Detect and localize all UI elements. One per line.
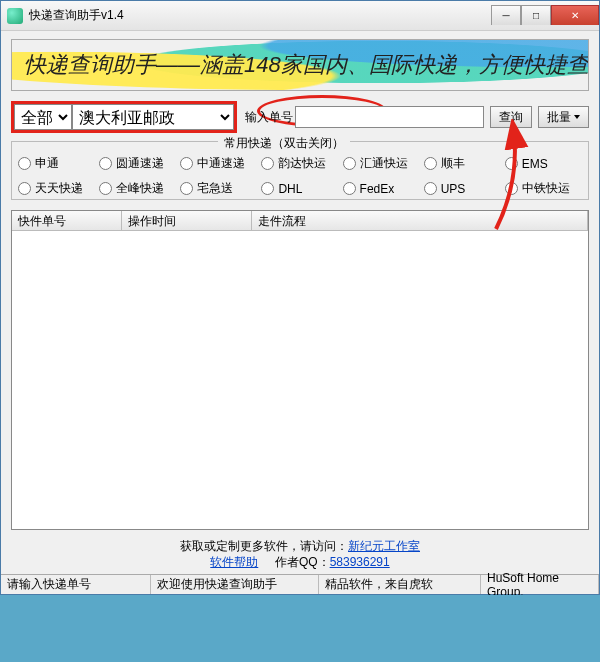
column-tracking-id[interactable]: 快件单号 (12, 211, 122, 230)
column-time[interactable]: 操作时间 (122, 211, 252, 230)
radio-input[interactable] (261, 157, 274, 170)
radio-label: 中通速递 (197, 155, 245, 172)
radio-label: 中铁快运 (522, 180, 570, 197)
author-qq-link[interactable]: 583936291 (330, 555, 390, 569)
minimize-button[interactable]: ─ (491, 5, 521, 25)
courier-radio-12[interactable]: UPS (424, 180, 501, 197)
radio-label: 汇通快运 (360, 155, 408, 172)
tracking-id-label: 输入单号 (245, 109, 293, 126)
radio-input[interactable] (343, 157, 356, 170)
common-couriers-group: 常用快递（双击关闭） 申通圆通速递中通速递韵达快运汇通快运顺丰EMS天天快递全峰… (11, 141, 589, 200)
status-slogan: 精品软件，来自虎软 (319, 575, 481, 594)
courier-radio-9[interactable]: 宅急送 (180, 180, 257, 197)
radio-input[interactable] (18, 157, 31, 170)
window-title: 快递查询助手v1.4 (29, 7, 124, 24)
studio-link[interactable]: 新纪元工作室 (348, 539, 420, 553)
courier-radio-5[interactable]: 顺丰 (424, 155, 501, 172)
titlebar[interactable]: 快递查询助手v1.4 ─ □ ✕ (1, 1, 599, 31)
search-row: 全部 澳大利亚邮政 输入单号 查询 批量 (11, 101, 589, 133)
status-group: HuSoft Home Group. (481, 575, 599, 594)
banner-text: 快递查询助手——涵盖148家国内、国际快递，方便快捷查快递！ (24, 50, 589, 80)
status-bar: 请输入快递单号 欢迎使用快递查询助手 精品软件，来自虎软 HuSoft Home… (1, 574, 599, 594)
app-window: 快递查询助手v1.4 ─ □ ✕ 快递查询助手——涵盖148家国内、国际快递，方… (0, 0, 600, 595)
radio-input[interactable] (343, 182, 356, 195)
courier-radio-10[interactable]: DHL (261, 180, 338, 197)
courier-radio-11[interactable]: FedEx (343, 180, 420, 197)
banner: 快递查询助手——涵盖148家国内、国际快递，方便快捷查快递！ (11, 39, 589, 91)
radio-label: 韵达快运 (278, 155, 326, 172)
maximize-button[interactable]: □ (521, 5, 551, 25)
radio-input[interactable] (424, 182, 437, 195)
courier-radio-13[interactable]: 中铁快运 (505, 180, 582, 197)
radio-label: 顺丰 (441, 155, 465, 172)
radio-input[interactable] (18, 182, 31, 195)
footer-text: 获取或定制更多软件，请访问： (180, 539, 348, 553)
highlight-box: 全部 澳大利亚邮政 (11, 101, 237, 133)
courier-radio-8[interactable]: 全峰快递 (99, 180, 176, 197)
radio-label: UPS (441, 182, 466, 196)
category-select[interactable]: 全部 (14, 104, 72, 130)
radio-input[interactable] (261, 182, 274, 195)
query-button[interactable]: 查询 (490, 106, 532, 128)
radio-input[interactable] (99, 157, 112, 170)
app-icon (7, 8, 23, 24)
courier-radio-2[interactable]: 中通速递 (180, 155, 257, 172)
author-label: 作者QQ： (275, 555, 330, 569)
column-progress[interactable]: 走件流程 (252, 211, 588, 230)
status-hint: 请输入快递单号 (1, 575, 151, 594)
radio-label: 全峰快递 (116, 180, 164, 197)
radio-label: 宅急送 (197, 180, 233, 197)
company-select[interactable]: 澳大利亚邮政 (72, 104, 234, 130)
courier-radio-1[interactable]: 圆通速递 (99, 155, 176, 172)
radio-label: 天天快递 (35, 180, 83, 197)
courier-radio-6[interactable]: EMS (505, 155, 582, 172)
courier-radio-0[interactable]: 申通 (18, 155, 95, 172)
radio-input[interactable] (180, 182, 193, 195)
courier-radio-3[interactable]: 韵达快运 (261, 155, 338, 172)
batch-button[interactable]: 批量 (538, 106, 589, 128)
radio-input[interactable] (424, 157, 437, 170)
common-couriers-title: 常用快递（双击关闭） (218, 135, 350, 152)
radio-input[interactable] (505, 157, 518, 170)
radio-input[interactable] (505, 182, 518, 195)
radio-label: 圆通速递 (116, 155, 164, 172)
courier-radio-4[interactable]: 汇通快运 (343, 155, 420, 172)
results-table: 快件单号 操作时间 走件流程 (11, 210, 589, 530)
radio-input[interactable] (180, 157, 193, 170)
radio-label: 申通 (35, 155, 59, 172)
footer-links: 获取或定制更多软件，请访问：新纪元工作室 软件帮助 作者QQ：583936291 (11, 538, 589, 570)
tracking-id-input[interactable] (295, 106, 484, 128)
help-link[interactable]: 软件帮助 (210, 555, 258, 569)
close-button[interactable]: ✕ (551, 5, 599, 25)
courier-radio-7[interactable]: 天天快递 (18, 180, 95, 197)
status-welcome: 欢迎使用快递查询助手 (151, 575, 319, 594)
radio-label: FedEx (360, 182, 395, 196)
radio-input[interactable] (99, 182, 112, 195)
radio-label: EMS (522, 157, 548, 171)
radio-label: DHL (278, 182, 302, 196)
